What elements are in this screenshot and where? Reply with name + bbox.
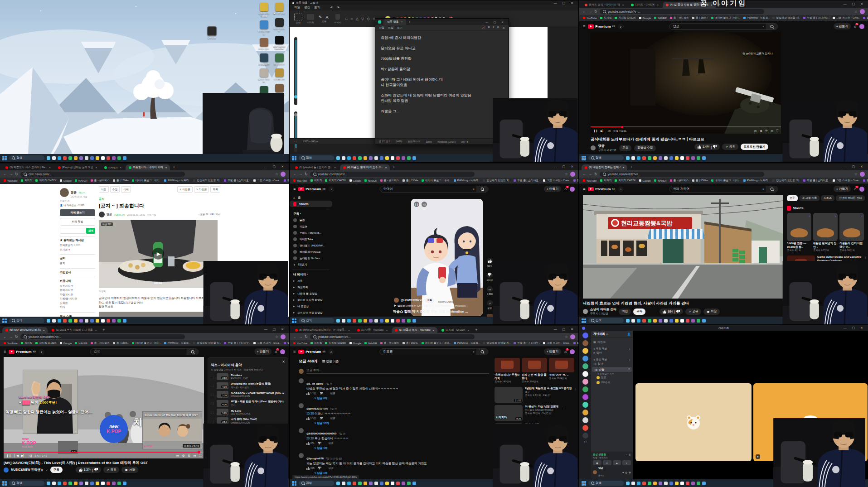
- miniplayer-icon[interactable]: ⧉: [766, 129, 767, 132]
- bookmark-item[interactable]: 홈 - 샌드박스: [670, 178, 689, 183]
- sidebar-item[interactable]: 공지: [60, 261, 95, 266]
- address-bar[interactable]: youtube.com/watch?v=...: [20, 334, 185, 339]
- bookmark-item[interactable]: 그믐 스크린 - Crea..: [253, 341, 281, 345]
- start-button[interactable]: [292, 318, 296, 323]
- bookmark-item[interactable]: 홈 | 1504+: [402, 178, 418, 183]
- format-icon[interactable]: I: [493, 26, 494, 30]
- taskbar-app-icon[interactable]: [358, 156, 362, 160]
- browser-tab[interactable]: 디지직 - CHZZK×: [438, 327, 472, 333]
- window-controls[interactable]: — ▢ ✕: [554, 328, 576, 331]
- comment-count[interactable]: ○ 댓글 66: [198, 213, 209, 216]
- window-controls[interactable]: — ▢ ✕: [844, 2, 865, 6]
- taskbar-app-icon[interactable]: [702, 482, 706, 485]
- browser-tab[interactable]: 뱃서즈 먼식 - 마이너스 액×: [582, 2, 627, 8]
- post-action-button[interactable]: 이동: [99, 186, 109, 193]
- taskbar-app-icon[interactable]: [47, 482, 50, 485]
- bookmark-item[interactable]: 네이버 블로그 : 네이..: [422, 341, 451, 345]
- voice-search-icon[interactable]: ♪: [328, 349, 334, 355]
- post-video[interactable]: 재생 221 ▶ 00:41: [99, 220, 218, 288]
- commenter-name[interactable]: @b15090000000000000: [306, 432, 336, 435]
- desktop-icon[interactable]: 쓰레드밴드: [257, 38, 271, 50]
- post-author[interactable]: 댕균: [107, 212, 112, 217]
- taskbar-app-icon[interactable]: [353, 482, 356, 485]
- bookmark-item[interactable]: Google: [60, 342, 72, 345]
- bookmark-star-icon[interactable]: ☆: [565, 172, 568, 176]
- sidebar-item[interactable]: ▸재생목록: [290, 284, 332, 290]
- start-button[interactable]: [292, 156, 296, 160]
- disconnect-icon[interactable]: ✆: [629, 453, 631, 456]
- back-icon[interactable]: ←: [293, 335, 296, 339]
- taskbar-app-icon[interactable]: [107, 482, 110, 485]
- bookmark-item[interactable]: 무빛 홈 | 소디야오..: [514, 341, 540, 345]
- sidebar-more[interactable]: ∨더보기: [290, 261, 332, 268]
- server-icon[interactable]: [582, 433, 588, 439]
- drag-handle[interactable]: ⋮⋮: [210, 411, 214, 414]
- address-bar[interactable]: youtube.com/watch?v=...: [600, 9, 764, 14]
- desktop-icon[interactable]: Epic Games Launcher: [272, 36, 286, 50]
- taskbar-app-icon[interactable]: [396, 482, 400, 485]
- post-author-avatar[interactable]: [99, 212, 105, 217]
- reply-button[interactable]: 답글: [329, 442, 334, 445]
- taskbar-app-icon[interactable]: [68, 156, 72, 160]
- bookmark-item[interactable]: 무빛 홈 | 소디야오..: [224, 178, 250, 183]
- subtitles-icon[interactable]: ▭: [176, 454, 179, 458]
- taskbar-app-icon[interactable]: [353, 156, 356, 160]
- sidebar-subscription[interactable]: 이도현: [290, 223, 332, 230]
- browser-tab[interactable]: (4) 마술쇼 할때 미녀 조수 수..×: [340, 164, 390, 170]
- post-nav-button[interactable]: ∧ 이전글: [177, 186, 193, 193]
- taskbar-app-icon[interactable]: [686, 482, 689, 485]
- search-icon[interactable]: [187, 349, 199, 355]
- comment-composer[interactable]: 댓글 추가...: [299, 368, 489, 374]
- taskbar-app-icon[interactable]: [626, 156, 630, 160]
- taskbar-app-icon[interactable]: [96, 156, 99, 160]
- commenter-avatar[interactable]: [299, 378, 304, 383]
- taskbar-app-icon[interactable]: [63, 319, 67, 323]
- desktop-icon-lone[interactable]: 담아오면: [205, 26, 218, 43]
- server-icon[interactable]: [582, 333, 588, 338]
- save-button[interactable]: ▣ 저장: [703, 309, 720, 315]
- taskbar-app-icon[interactable]: [380, 319, 383, 323]
- notepad-tab[interactable]: 제목 없음×: [383, 19, 406, 25]
- comment-dislike-button[interactable]: [318, 467, 321, 470]
- menu-item[interactable]: 파일: [294, 5, 300, 10]
- sidebar-item[interactable]: 전체글보기: [60, 244, 73, 246]
- server-icon[interactable]: [582, 348, 588, 354]
- taskbar-app-icon[interactable]: [631, 156, 635, 160]
- mic-icon[interactable]: ●: [622, 471, 624, 474]
- taskbar-app-icon[interactable]: [79, 482, 83, 485]
- taskbar-app-icon[interactable]: [374, 482, 378, 485]
- taskbar-app-icon[interactable]: [402, 156, 405, 160]
- bookmark-item[interactable]: 치지직: [600, 178, 611, 183]
- bookmark-item[interactable]: 치지직: [310, 178, 322, 183]
- share-button[interactable]: ↗ 공유: [103, 467, 119, 473]
- bookmark-star-icon[interactable]: ☆: [275, 335, 278, 339]
- bookmark-item[interactable]: PWMImg - 녹화격..: [454, 341, 480, 345]
- taskbar-app-icon[interactable]: [117, 319, 121, 323]
- taskbar-app-icon[interactable]: [407, 319, 411, 323]
- bookmark-item[interactable]: 홈 - 샌드박스: [91, 178, 110, 183]
- address-bar[interactable]: cafe.naver.com/...: [20, 172, 185, 177]
- browser-avatar[interactable]: [570, 172, 575, 177]
- start-button[interactable]: [582, 318, 586, 323]
- create-button[interactable]: + 만들기: [544, 348, 561, 355]
- bookmark-item[interactable]: 무빛 홈 | 소디야오..: [803, 16, 829, 20]
- window-controls[interactable]: — ▢ ✕: [264, 165, 286, 169]
- server-icon[interactable]: [582, 417, 588, 423]
- taskbar-app-icon[interactable]: [653, 319, 657, 323]
- taskbar-app-icon[interactable]: [112, 319, 116, 323]
- filter-chip[interactable]: 내 시청 기록: [799, 195, 820, 201]
- bookmark-item[interactable]: Google: [639, 179, 651, 182]
- taskbar-app-icon[interactable]: [63, 482, 67, 485]
- vertical-slider[interactable]: [294, 111, 297, 152]
- channel-handle[interactable]: @HOWCOWxxx: [401, 299, 423, 302]
- menu-icon[interactable]: ≡: [583, 24, 585, 29]
- create-button[interactable]: + 만들기: [834, 186, 851, 192]
- bookmark-item[interactable]: 그믐 스크린 - Crea..: [543, 341, 570, 345]
- subtitles-icon[interactable]: ▭: [754, 129, 757, 132]
- taskbar-app-icon[interactable]: [396, 156, 400, 160]
- bookmark-item[interactable]: 헬레딘 구독하기 |..: [284, 341, 289, 345]
- taskbar-app-icon[interactable]: [374, 319, 378, 323]
- video-player[interactable]: Love me 태양의 OST ♥ ███ 님이 1,000후원! 익명 빼고 …: [4, 357, 204, 458]
- post-action-button[interactable]: 수정: [110, 186, 120, 193]
- channel-avatar[interactable]: [583, 309, 588, 314]
